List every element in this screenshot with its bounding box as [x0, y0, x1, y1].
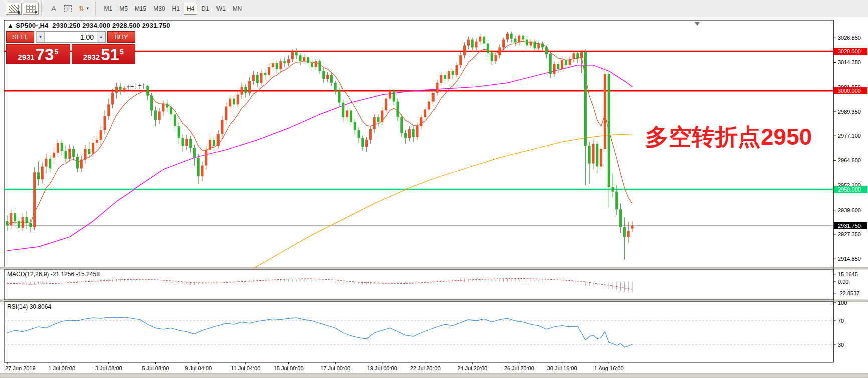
sell-price-whole: 2931 — [18, 52, 34, 62]
chart-title: ▲SP500-,H4 2930.2502934.0002928.5002931.… — [7, 22, 172, 29]
timeframe-button-M15[interactable]: M15 — [132, 3, 149, 15]
ohlc-low: 2928.500 — [112, 22, 140, 29]
text-box-button[interactable]: T — [61, 3, 75, 15]
macd-name: MACD(12,26,9) — [7, 271, 49, 278]
svg-text:2914.850: 2914.850 — [838, 256, 861, 262]
chart-text-annotation[interactable]: 多空转折点2950 — [645, 122, 812, 153]
toolbar: E F A T ⇅ ▼ M1M5M15M30H1H4D1W1MN — [0, 0, 868, 17]
svg-text:-22.8537: -22.8537 — [838, 290, 859, 296]
svg-text:2939.600: 2939.600 — [838, 207, 861, 213]
one-click-trading-panel: SELL ▼ 1.00 ▲ BUY 2931 73 5 2932 51 5 — [6, 31, 135, 64]
svg-text:2927.350: 2927.350 — [838, 231, 861, 237]
svg-text:3026.850: 3026.850 — [838, 35, 861, 41]
svg-text:100: 100 — [838, 300, 847, 306]
svg-text:2989.350: 2989.350 — [838, 109, 861, 115]
ohlc-open: 2930.250 — [52, 22, 80, 29]
svg-text:3000.000: 3000.000 — [838, 88, 861, 94]
svg-text:17 Jul 00:00: 17 Jul 00:00 — [320, 365, 350, 371]
svg-text:15 Jul 00:00: 15 Jul 00:00 — [274, 365, 304, 371]
buy-button[interactable]: BUY — [107, 31, 135, 43]
svg-text:1 Aug 16:00: 1 Aug 16:00 — [594, 365, 624, 371]
macd-indicator-label: MACD(12,26,9) -21.1256 -15.2458 — [7, 271, 100, 278]
svg-text:26 Jul 20:00: 26 Jul 20:00 — [504, 365, 534, 371]
timeframe-button-D1[interactable]: D1 — [198, 3, 212, 15]
toolbar-separator-2 — [95, 2, 99, 15]
svg-text:3020.000: 3020.000 — [838, 48, 861, 54]
ohlc-high: 2934.000 — [82, 22, 110, 29]
svg-text:30 Jul 16:00: 30 Jul 16:00 — [547, 365, 577, 371]
buy-price-frac: 5 — [120, 47, 124, 56]
volume-decrease-button[interactable]: ▼ — [36, 32, 45, 42]
chevron-down-icon: ▼ — [86, 6, 90, 11]
rsi-name: RSI(14) — [7, 303, 28, 310]
svg-text:0.00: 0.00 — [838, 279, 848, 285]
chart-area[interactable]: 3026.8503014.3503001.8502989.3502977.100… — [0, 17, 868, 378]
svg-text:2977.100: 2977.100 — [838, 133, 861, 139]
svg-text:1 Jul 08:00: 1 Jul 08:00 — [48, 365, 75, 371]
timeframe-button-H4[interactable]: H4 — [184, 3, 197, 15]
indicators-hatch-e-icon: E — [9, 5, 19, 13]
grid-button[interactable]: F — [23, 3, 39, 15]
svg-text:30: 30 — [838, 342, 844, 348]
svg-text:2964.600: 2964.600 — [838, 157, 861, 163]
rsi-indicator-label: RSI(14) 30.8064 — [7, 303, 51, 310]
triangle-up-icon: ▲ — [99, 35, 103, 39]
text-label-button[interactable]: A — [47, 3, 60, 15]
symbol-marker-icon: ▲ — [7, 22, 14, 29]
timeframe-button-MN[interactable]: MN — [230, 3, 245, 15]
svg-text:27 Jun 2019: 27 Jun 2019 — [5, 365, 36, 371]
volume-stepper: ▼ 1.00 ▲ — [36, 31, 106, 43]
timeframe-button-M1[interactable]: M1 — [101, 3, 116, 15]
indicators-button[interactable]: E — [6, 3, 22, 15]
svg-text:19 Jul 00:00: 19 Jul 00:00 — [367, 365, 397, 371]
svg-text:22 Jul 20:00: 22 Jul 20:00 — [410, 365, 441, 371]
timeframe-button-M5[interactable]: M5 — [116, 3, 131, 15]
svg-text:11 Jul 04:00: 11 Jul 04:00 — [231, 365, 260, 371]
rsi-value: 30.8064 — [30, 303, 51, 310]
svg-text:70: 70 — [838, 318, 844, 324]
grid-f-icon: F — [26, 5, 36, 13]
buy-price-display[interactable]: 2932 51 5 — [72, 44, 136, 64]
triangle-down-icon: ▼ — [39, 35, 43, 39]
svg-text:2931.750: 2931.750 — [838, 223, 861, 229]
sell-button[interactable]: SELL — [6, 31, 34, 43]
svg-text:9 Jul 04:00: 9 Jul 04:00 — [185, 365, 212, 371]
toolbar-separator — [41, 2, 45, 15]
volume-field[interactable]: 1.00 — [45, 32, 97, 42]
cursor-arrows-icon: ⇅ — [79, 5, 84, 12]
sell-price-frac: 5 — [54, 47, 58, 56]
buy-price-pips: 51 — [101, 47, 119, 62]
buy-price-whole: 2932 — [83, 52, 100, 62]
timeframe-button-M30[interactable]: M30 — [150, 3, 168, 15]
macd-values: -21.1256 -15.2458 — [51, 271, 100, 278]
volume-increase-button[interactable]: ▲ — [97, 32, 105, 42]
svg-text:3 Jul 08:00: 3 Jul 08:00 — [95, 365, 122, 371]
timeframe-button-W1[interactable]: W1 — [213, 3, 229, 15]
sell-price-pips: 73 — [36, 47, 54, 62]
cursor-mode-button[interactable]: ⇅ ▼ — [76, 3, 93, 15]
sell-price-display[interactable]: 2931 73 5 — [6, 44, 70, 64]
text-box-icon: T — [64, 5, 72, 12]
toolbar-left-margin — [2, 2, 3, 15]
timeframe-button-H1[interactable]: H1 — [169, 3, 183, 15]
svg-text:3014.350: 3014.350 — [838, 59, 861, 65]
svg-text:5 Jul 08:00: 5 Jul 08:00 — [142, 365, 169, 371]
svg-text:15.1645: 15.1645 — [838, 271, 858, 277]
ohlc-close: 2931.750 — [142, 22, 170, 29]
timeframe-button-group: M1M5M15M30H1H4D1W1MN — [101, 3, 246, 15]
price-chart-canvas[interactable]: 3026.8503014.3503001.8502989.3502977.100… — [0, 17, 868, 378]
symbol-name: SP500-,H4 — [16, 22, 48, 29]
svg-text:2950.000: 2950.000 — [838, 186, 861, 193]
text-label-icon: A — [51, 5, 56, 12]
svg-text:24 Jul 20:00: 24 Jul 20:00 — [457, 365, 487, 371]
